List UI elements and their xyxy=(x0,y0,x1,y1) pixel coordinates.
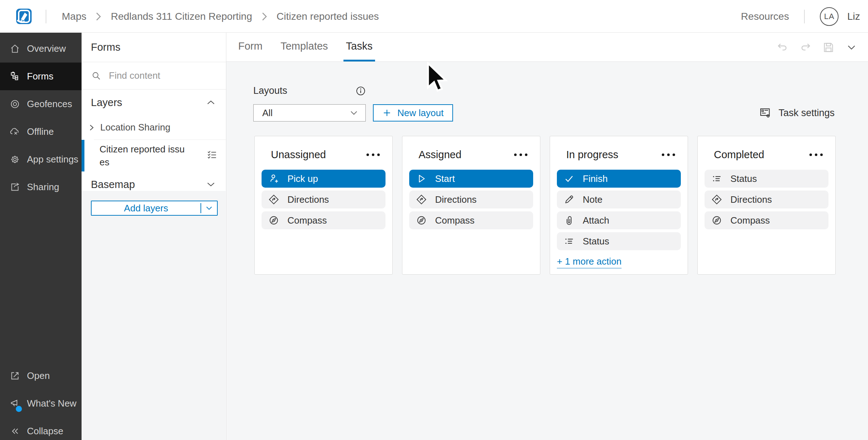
gear-icon xyxy=(10,155,20,164)
tab-form[interactable]: Form xyxy=(236,33,265,61)
new-layout-label: New layout xyxy=(397,107,444,119)
directions-icon xyxy=(712,194,722,205)
sidebar-item-label: Sharing xyxy=(27,182,59,193)
action-button-directions[interactable]: Directions xyxy=(409,191,533,208)
action-button-finish[interactable]: Finish xyxy=(557,170,681,188)
info-icon[interactable] xyxy=(356,86,366,96)
chevron-down-icon xyxy=(207,182,215,187)
action-button-attach[interactable]: Attach xyxy=(557,211,681,229)
search-input[interactable] xyxy=(109,70,209,81)
add-layers-button[interactable]: Add layers xyxy=(91,201,218,216)
sidebar-item-forms[interactable]: Forms xyxy=(0,63,82,90)
field-maps-logo-icon[interactable] xyxy=(16,9,32,24)
compass-icon xyxy=(269,215,279,225)
undo-icon[interactable] xyxy=(775,40,790,55)
layer-item-location-sharing[interactable]: Location Sharing xyxy=(82,115,226,139)
search-box[interactable] xyxy=(82,62,226,90)
layers-section-header[interactable]: Layers xyxy=(82,90,226,115)
offline-cloud-icon xyxy=(10,127,20,137)
sidebar-item-label: Forms xyxy=(27,71,54,82)
avatar[interactable]: LA xyxy=(820,7,839,26)
tab-bar: Form Templates Tasks xyxy=(226,33,868,62)
ellipsis-icon[interactable] xyxy=(365,150,381,160)
main-content: Form Templates Tasks Layouts All xyxy=(226,33,868,440)
basemap-section-label: Basemap xyxy=(91,179,135,191)
layouts-label: Layouts xyxy=(253,85,287,96)
layers-section-label: Layers xyxy=(91,97,122,109)
layer-item-citizen-reported-issues[interactable]: Citizen reported issues xyxy=(82,140,226,171)
sidebar-item-collapse[interactable]: Collapse xyxy=(0,417,82,440)
redo-icon[interactable] xyxy=(798,40,813,55)
chevron-down-icon[interactable] xyxy=(844,40,859,55)
layer-item-label: Location Sharing xyxy=(100,122,170,133)
user-plus-icon xyxy=(269,174,279,184)
header-divider xyxy=(804,10,805,23)
search-icon xyxy=(92,71,101,81)
tab-templates[interactable]: Templates xyxy=(278,33,331,61)
collapse-icon xyxy=(10,426,20,436)
sidebar-item-open[interactable]: Open xyxy=(0,362,82,390)
action-button-note[interactable]: Note xyxy=(557,191,681,208)
sidebar: Overview Forms Geofences Offline App set… xyxy=(0,33,82,440)
forms-panel-footer: Add layers xyxy=(82,191,226,440)
more-actions-link[interactable]: + 1 more action xyxy=(557,256,622,269)
forms-panel-header: Forms xyxy=(82,33,226,62)
add-layers-label: Add layers xyxy=(92,203,200,214)
sidebar-item-offline[interactable]: Offline xyxy=(0,118,82,146)
plus-icon xyxy=(382,108,392,118)
tab-tasks[interactable]: Tasks xyxy=(343,33,375,61)
breadcrumb: Maps Redlands 311 Citizen Reporting Citi… xyxy=(62,0,379,33)
task-settings-button[interactable]: Task settings xyxy=(759,104,835,122)
breadcrumb-map-name[interactable]: Redlands 311 Citizen Reporting xyxy=(111,11,252,22)
save-icon[interactable] xyxy=(821,40,836,55)
breadcrumb-maps[interactable]: Maps xyxy=(62,11,86,22)
action-button-start[interactable]: Start xyxy=(409,170,533,188)
column-in-progress: In progress Finish Note Attach St xyxy=(550,136,688,275)
column-assigned: Assigned Start Directions Compass xyxy=(402,136,540,275)
directions-icon xyxy=(269,194,279,205)
user-name[interactable]: Liz xyxy=(847,11,860,22)
sidebar-item-label: Overview xyxy=(27,43,66,54)
breadcrumb-layer-name: Citizen reported issues xyxy=(277,11,379,22)
action-button-status[interactable]: Status xyxy=(705,170,828,188)
ellipsis-icon[interactable] xyxy=(513,150,529,160)
action-button-compass[interactable]: Compass xyxy=(705,211,828,229)
breadcrumb-chevron-icon xyxy=(262,12,267,21)
task-settings-label: Task settings xyxy=(779,107,835,119)
chevron-right-icon[interactable] xyxy=(88,123,95,132)
action-button-status[interactable]: Status xyxy=(557,232,681,250)
sidebar-item-app-settings[interactable]: App settings xyxy=(0,146,82,173)
home-icon xyxy=(10,44,20,54)
app-root: Maps Redlands 311 Citizen Reporting Citi… xyxy=(0,0,868,440)
action-button-directions[interactable]: Directions xyxy=(705,191,828,208)
sidebar-item-label: Open xyxy=(27,370,50,381)
layout-filter-dropdown[interactable]: All xyxy=(253,104,366,122)
sidebar-item-whats-new[interactable]: What's New xyxy=(0,390,82,417)
compass-icon xyxy=(712,215,722,225)
forms-icon xyxy=(10,72,20,81)
column-completed: Completed Status Directions Compass xyxy=(697,136,836,275)
ellipsis-icon[interactable] xyxy=(660,150,677,160)
sidebar-item-overview[interactable]: Overview xyxy=(0,35,82,63)
chevron-down-icon xyxy=(350,110,358,116)
ellipsis-icon[interactable] xyxy=(808,150,824,160)
resources-link[interactable]: Resources xyxy=(741,11,789,22)
action-button-directions[interactable]: Directions xyxy=(262,191,385,208)
layouts-label-row: Layouts xyxy=(253,85,366,96)
action-button-compass[interactable]: Compass xyxy=(409,211,533,229)
top-header: Maps Redlands 311 Citizen Reporting Citi… xyxy=(0,0,868,33)
new-layout-button[interactable]: New layout xyxy=(373,104,453,122)
share-icon xyxy=(10,182,20,192)
status-list-icon xyxy=(564,236,574,246)
sidebar-item-label: Collapse xyxy=(27,426,63,437)
action-button-pick-up[interactable]: Pick up xyxy=(262,170,385,188)
sidebar-item-sharing[interactable]: Sharing xyxy=(0,173,82,201)
chevron-down-icon[interactable] xyxy=(201,206,217,211)
selected-indicator xyxy=(81,140,84,171)
forms-panel: Forms Layers Location Sharing Citizen re… xyxy=(82,33,226,440)
action-button-compass[interactable]: Compass xyxy=(262,211,385,229)
sidebar-item-geofences[interactable]: Geofences xyxy=(0,90,82,118)
pencil-icon xyxy=(564,194,574,205)
sidebar-item-label: Geofences xyxy=(27,98,72,110)
layout-filter-value: All xyxy=(262,107,350,119)
